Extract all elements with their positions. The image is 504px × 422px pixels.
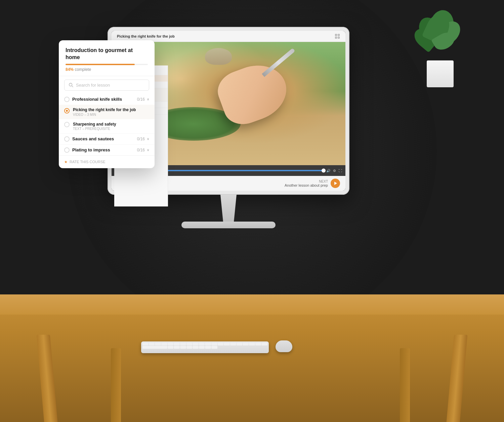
module-title-sauces: Sauces and sautees [72,136,114,141]
keyboard-key [211,343,217,345]
keyboard-key [255,343,261,345]
prereq-circle [64,122,70,127]
chevron-up-icon: ∧ [147,97,149,101]
fullscreen-icon[interactable] [335,34,340,39]
desk-leg-back-right [400,348,410,422]
video-bowl [205,48,232,65]
module-sauces-left: Sauces and sautees [64,136,114,142]
course-title: Introduction to gourmet at home [66,47,148,61]
rate-course-label: RATE THIS COURSE [70,160,106,164]
keyboard-key [142,346,167,348]
desk [0,294,504,422]
volume-icon: 🔊 [326,169,330,173]
svg-rect-2 [335,37,337,38]
chevron-down-sauces-icon: ∨ [147,137,149,141]
keyboard-key [193,346,199,348]
active-lesson-title: Picking the right knife for the job [73,107,149,112]
module-plating-meta: 0/16 ∨ [137,148,149,152]
next-button[interactable] [331,179,340,188]
progress-bar-container [66,64,148,65]
course-panel: Introduction to gourmet at home 84% comp… [59,40,155,168]
prerequisite-lesson[interactable]: Sharpening and safety TEXT – PREREQUISIT… [59,119,155,133]
progress-text: 84% complete [66,67,148,72]
module-title-plating: Plating to impress [72,147,110,152]
monitor-lesson-title: Picking the right knife for the job [117,34,175,38]
module-count-sauces: 0/16 [137,137,145,141]
keyboard-key [186,343,193,345]
progress-bar-fill [66,64,135,65]
next-arrow-icon [334,182,337,185]
module-circle-sauces [64,136,70,142]
panel-header: Introduction to gourmet at home 84% comp… [59,47,155,76]
chevron-down-plating-icon: ∨ [147,148,149,152]
keyboard-key [193,343,199,345]
keyboard-key [180,346,186,348]
keyboard-key [186,346,193,348]
keyboard [141,341,269,353]
keyboard-key [142,343,149,345]
star-icon: ★ [64,160,68,164]
keyboard-key [249,343,255,345]
next-info: NEXT Another lesson about prep [285,180,328,187]
desk-leg-left [37,335,58,422]
keyboard-key [243,343,249,345]
monitor-stand-neck [215,195,242,222]
keyboard-key [199,343,205,345]
module-count-plating: 0/16 [137,148,145,152]
keyboard-key [149,343,155,345]
module-title-knife-skills: Professional knife skills [72,97,122,102]
keyboard-key [237,343,243,345]
module-plating-left: Plating to impress [64,147,110,153]
module-sauces-meta: 0/16 ∨ [137,137,149,141]
search-icon [69,83,73,87]
desk-leg-right [447,335,468,422]
keyboard-key [155,343,161,345]
keyboard-key [230,343,236,345]
active-lesson-meta: VIDEO – 3 MIN [73,113,149,116]
prereq-title: Sharpening and safety [73,122,116,127]
fullscreen-video-icon[interactable]: ⛶ [339,169,342,173]
desk-leg-back-left [111,348,121,422]
progress-percentage: 84% [66,67,74,72]
volume-area[interactable]: 🔊 [326,169,330,173]
svg-line-5 [72,86,73,87]
keyboard-key [218,343,224,345]
next-lesson-text: Another lesson about prep [285,183,328,187]
keyboard-key [180,343,186,345]
prereq-meta: TEXT – PREREQUISITE [73,127,116,131]
module-count-knife-skills: 0/16 [137,97,145,102]
active-lesson[interactable]: Picking the right knife for the job VIDE… [59,105,155,119]
module-item-knife-skills[interactable]: Professional knife skills 0/16 ∧ [59,94,155,105]
keyboard-key [261,343,267,345]
search-placeholder: Search for lesson [76,83,110,88]
keyboard-key [205,343,211,345]
prereq-info: Sharpening and safety TEXT – PREREQUISIT… [73,122,116,131]
svg-rect-0 [335,34,337,36]
search-box[interactable]: Search for lesson [64,80,149,91]
progress-label: complete [75,67,91,72]
module-circle [64,97,70,102]
keyboard-key [211,346,217,348]
plant-pot [427,60,454,87]
keyboard-key [174,346,180,348]
active-lesson-indicator [64,108,70,113]
next-label: NEXT [285,180,328,183]
keyboard-key [161,343,167,345]
keyboard-key [224,343,230,345]
keyboard-key [199,346,205,348]
settings-icon[interactable]: ⚙ [333,169,336,173]
keyboard-key [174,343,180,345]
module-circle-plating [64,147,70,153]
module-item-sauces[interactable]: Sauces and sautees 0/16 ∨ [59,133,155,144]
keyboard-key [168,346,174,348]
keyboard-key [205,346,211,348]
svg-rect-1 [338,34,339,36]
module-item-left: Professional knife skills [64,97,122,102]
svg-rect-3 [338,37,339,38]
lesson-info: Picking the right knife for the job VIDE… [73,107,149,116]
mouse [276,340,292,352]
module-item-plating[interactable]: Plating to impress 0/16 ∨ [59,144,155,155]
plant [427,60,454,87]
monitor-stand-base [181,222,276,228]
rate-course-area[interactable]: ★ RATE THIS COURSE [59,155,155,168]
